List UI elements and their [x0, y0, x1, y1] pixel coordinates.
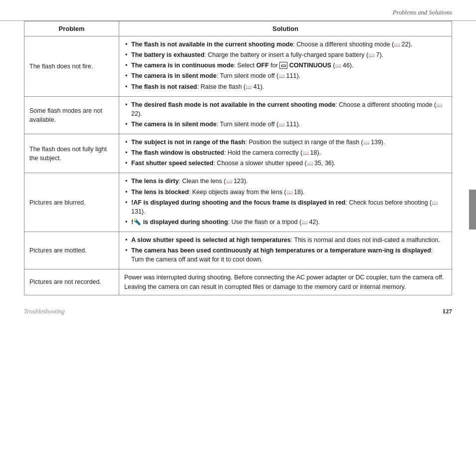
table-row: Pictures are not recorded. Power was int… [24, 269, 452, 295]
list-item: The desired flash mode is not available … [124, 100, 447, 118]
col-header-problem: Problem [24, 21, 119, 36]
list-item: The camera is in silent mode: Turn silen… [124, 71, 447, 80]
page-header: Problems and Solutions [0, 0, 476, 21]
page-number: 127 [443, 307, 453, 315]
solution-cell: The subject is not in range of the flash… [119, 134, 452, 173]
problem-cell: Pictures are mottled. [24, 232, 119, 269]
header-title: Problems and Solutions [393, 9, 452, 16]
solution-cell: Power was interrupted during shooting. B… [119, 269, 452, 295]
solution-cell: The desired flash mode is not available … [119, 96, 452, 134]
table-row: Some flash modes are not available. The … [24, 96, 452, 134]
list-item: The camera has been used continuously at… [124, 246, 447, 264]
table-row: The flash does not fully light the subje… [24, 134, 452, 173]
problem-cell: Pictures are not recorded. [24, 269, 119, 295]
list-item: !🔦 is displayed during shooting: Use the… [124, 218, 447, 227]
problem-cell: Some flash modes are not available. [24, 96, 119, 134]
list-item: The camera is in silent mode: Turn silen… [124, 120, 447, 129]
main-content: Problem Solution The flash does not fire… [0, 21, 476, 295]
list-item: !AF is displayed during shooting and the… [124, 198, 447, 216]
table-row: Pictures are blurred. The lens is dirty:… [24, 173, 452, 232]
list-item: The lens is dirty: Clean the lens (📖 123… [124, 177, 447, 186]
solution-cell: The lens is dirty: Clean the lens (📖 123… [119, 173, 452, 232]
problem-cell: Pictures are blurred. [24, 173, 119, 232]
solution-cell: A slow shutter speed is selected at high… [119, 232, 452, 269]
list-item: The flash is not available in the curren… [124, 40, 447, 49]
footer-section: Troubleshooting [24, 308, 65, 315]
problems-table: Problem Solution The flash does not fire… [24, 21, 452, 295]
table-row: Pictures are mottled. A slow shutter spe… [24, 232, 452, 269]
list-item: The battery is exhausted: Charge the bat… [124, 50, 447, 59]
col-header-solution: Solution [119, 21, 452, 36]
sidebar-marker [469, 190, 476, 230]
list-item: The lens is blocked: Keep objects away f… [124, 188, 447, 197]
solution-text: Power was interrupted during shooting. B… [124, 273, 447, 291]
problem-cell: The flash does not fire. [24, 36, 119, 97]
list-item: A slow shutter speed is selected at high… [124, 236, 447, 244]
list-item: The flash window is obstructed: Hold the… [124, 148, 447, 157]
list-item: Fast shutter speed selected: Choose a sl… [124, 159, 447, 168]
page-footer: Troubleshooting 127 [0, 295, 476, 323]
list-item: The subject is not in range of the flash… [124, 138, 447, 147]
table-row: The flash does not fire. The flash is no… [24, 36, 452, 97]
problem-cell: The flash does not fully light the subje… [24, 134, 119, 173]
solution-cell: The flash is not available in the curren… [119, 36, 452, 97]
list-item: The flash is not raised: Raise the flash… [124, 82, 447, 91]
list-item: The camera is in continuous mode: Select… [124, 61, 447, 70]
